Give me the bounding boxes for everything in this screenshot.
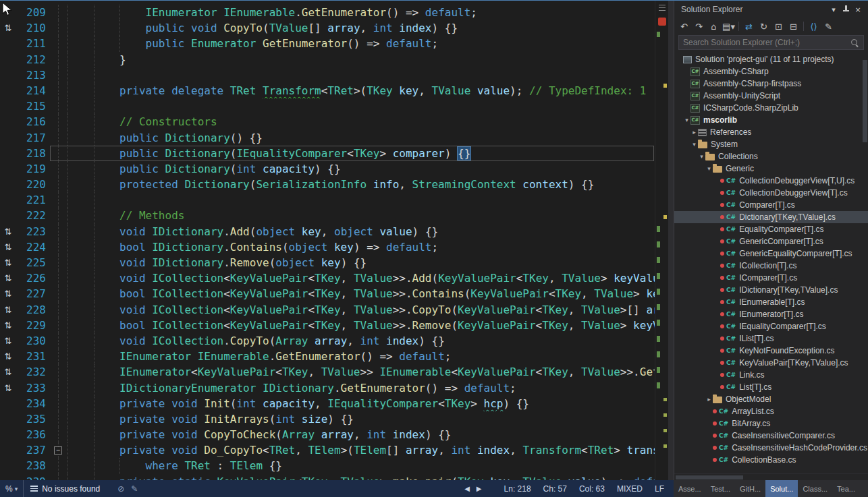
code-line-221[interactable]: 221 [0, 192, 655, 208]
expand-closed-icon[interactable]: ▸ [705, 396, 713, 403]
tree-item[interactable]: ▾Generic [674, 163, 868, 175]
code-line-239[interactable]: 239private static KeyValuePair<TKey, TVa… [0, 474, 655, 480]
expand-closed-icon[interactable]: ▸ [690, 129, 698, 136]
editor-scrollbar[interactable] [655, 1, 668, 480]
encoding-indicator[interactable]: MIXED [617, 484, 643, 494]
tree-item[interactable]: C#CaseInsensitiveHashCodeProvider.cs [674, 442, 868, 454]
code-line-223[interactable]: ⇅223void IDictionary.Add(object key, obj… [0, 224, 655, 239]
fold-collapse-icon[interactable]: − [54, 446, 62, 455]
code-line-210[interactable]: ⇅210public void CopyTo(TValue[] array, i… [0, 20, 655, 36]
code-line-211[interactable]: 211public Enumerator GetEnumerator() => … [0, 36, 655, 51]
tree-item[interactable]: C#GenericEqualityComparer[T].cs [674, 247, 868, 260]
code-line-226[interactable]: ⇅226void ICollection<KeyValuePair<TKey, … [0, 270, 655, 286]
view-code-icon[interactable]: ⟨⟩ [807, 20, 821, 33]
tree-item[interactable]: ▸ObjectModel [674, 393, 868, 405]
cursor-character[interactable]: Ch: 57 [543, 484, 567, 494]
tree-item[interactable]: C#IComparer[T].cs [674, 272, 868, 284]
collapse-all-icon[interactable]: ⊟ [786, 20, 801, 33]
implements-glyph-icon[interactable]: ⇅ [0, 364, 16, 380]
implements-glyph-icon[interactable]: ⇅ [0, 380, 16, 396]
code-line-236[interactable]: 236private void CopyToCheck(Array array,… [0, 427, 655, 442]
tree-item[interactable]: C#IList[T].cs [674, 332, 868, 345]
code-line-235[interactable]: 235private void InitArrays(int size) {} [0, 411, 655, 427]
implements-glyph-icon[interactable]: ⇅ [0, 302, 16, 318]
tree-item[interactable]: C#List[T].cs [674, 381, 868, 393]
document-health-error-icon[interactable] [658, 18, 666, 26]
expand-open-icon[interactable]: ▾ [690, 141, 698, 148]
home-icon[interactable]: ⌂ [707, 20, 721, 33]
pin-icon[interactable] [840, 4, 852, 15]
prev-icon[interactable]: ◀ [464, 485, 470, 492]
implements-glyph-icon[interactable]: ⇅ [0, 318, 16, 333]
tree-item[interactable]: C#CollectionDebuggerView[T].cs [674, 187, 868, 199]
code-line-238[interactable]: 238where TRet : TElem {} [0, 458, 655, 473]
issues-status-text[interactable]: No issues found [42, 484, 100, 494]
code-line-237[interactable]: 237−private void Do_CopyTo<TRet, TElem>(… [0, 442, 655, 458]
line-ending-indicator[interactable]: LF [655, 484, 664, 494]
implements-glyph-icon[interactable]: ⇅ [0, 333, 16, 349]
expand-open-icon[interactable]: ▾ [683, 117, 690, 123]
code-line-230[interactable]: ⇅230void ICollection.CopyTo(Array array,… [0, 333, 655, 349]
properties-icon[interactable]: ✎ [821, 20, 836, 33]
code-line-228[interactable]: ⇅228void ICollection<KeyValuePair<TKey, … [0, 302, 655, 318]
code-line-229[interactable]: ⇅229bool ICollection<KeyValuePair<TKey, … [0, 318, 655, 333]
implements-glyph-icon[interactable]: ⇅ [0, 255, 16, 270]
tree-item[interactable]: C#Assembly-CSharp-firstpass [674, 78, 868, 90]
solution-explorer-titlebar[interactable]: Solution Explorer ▾ × [674, 1, 868, 18]
panel-tab[interactable]: Tea... [832, 480, 860, 497]
tree-item[interactable]: C#Link.cs [674, 369, 868, 381]
code-editor[interactable]: 209IEnumerator IEnumerable.GetEnumerator… [0, 1, 655, 480]
code-line-215[interactable]: 215 [0, 98, 655, 114]
next-icon[interactable]: ▶ [477, 485, 482, 492]
tree-item[interactable]: C#ICSharpCode.SharpZipLib [674, 102, 868, 114]
tree-item[interactable]: C#IEqualityComparer[T].cs [674, 320, 868, 332]
tree-item[interactable]: C#Assembly-CSharp [674, 65, 868, 78]
tree-item[interactable]: C#ICollection[T].cs [674, 260, 868, 272]
code-line-209[interactable]: 209IEnumerator IEnumerable.GetEnumerator… [0, 5, 655, 20]
panel-splitter[interactable] [668, 1, 674, 480]
close-icon[interactable]: × [852, 4, 864, 15]
tree-item[interactable]: C#CollectionDebuggerView[T,U].cs [674, 175, 868, 187]
forward-icon[interactable]: ↷ [692, 20, 706, 33]
code-line-234[interactable]: 234private void Init(int capacity, IEqua… [0, 396, 655, 411]
search-input[interactable]: Search Solution Explorer (Ctrl+;) [678, 35, 864, 50]
tree-item[interactable]: C#Comparer[T].cs [674, 199, 868, 211]
code-line-213[interactable]: 213 [0, 67, 655, 83]
expand-open-icon[interactable]: ▾ [698, 153, 705, 160]
tree-item[interactable]: ▾System [674, 138, 868, 150]
cursor-column[interactable]: Col: 63 [579, 484, 605, 494]
tree-item[interactable]: C#CollectionBase.cs [674, 454, 868, 466]
tree-item[interactable]: C#IEnumerable[T].cs [674, 296, 868, 308]
code-line-227[interactable]: ⇅227bool ICollection<KeyValuePair<TKey, … [0, 286, 655, 301]
implements-glyph-icon[interactable]: ⇅ [0, 239, 16, 255]
code-line-233[interactable]: ⇅233IDictionaryEnumerator IDictionary.Ge… [0, 380, 655, 396]
panel-tab[interactable]: Class... [798, 480, 832, 497]
tree-item[interactable]: C#ArrayList.cs [674, 405, 868, 417]
code-line-216[interactable]: 216// Constructors [0, 114, 655, 129]
split-grid-icon[interactable] [659, 5, 666, 11]
tree-item[interactable]: ▸References [674, 126, 868, 138]
tree-horizontal-scrollbar[interactable] [674, 473, 868, 480]
code-line-219[interactable]: 219public Dictionary(int capacity) {} [0, 161, 655, 177]
tree-item[interactable]: C#Assembly-UnityScript [674, 90, 868, 102]
expand-open-icon[interactable]: ▾ [705, 165, 713, 172]
switch-views-icon[interactable]: ▤▾ [722, 20, 736, 33]
window-position-icon[interactable]: ▾ [828, 4, 840, 15]
tree-vertical-scrollbar[interactable] [863, 60, 867, 142]
tree-item[interactable]: C#KeyValuePair[TKey,TValue].cs [674, 357, 868, 369]
tree-item[interactable]: C#GenericComparer[T].cs [674, 235, 868, 247]
implements-glyph-icon[interactable]: ⇅ [0, 349, 16, 364]
show-all-files-icon[interactable]: ⊡ [771, 20, 786, 33]
sync-with-active-document-icon[interactable]: ⇄ [742, 20, 756, 33]
panel-tab[interactable]: Asse... [674, 480, 706, 497]
tree-item[interactable]: C#Dictionary[TKey,TValue].cs [674, 211, 868, 223]
tree-item[interactable]: C#IDictionary[TKey,TValue].cs [674, 284, 868, 296]
panel-tab[interactable]: Test... [706, 480, 735, 497]
tree-item[interactable]: C#EqualityComparer[T].cs [674, 223, 868, 235]
implements-glyph-icon[interactable]: ⇅ [0, 270, 16, 286]
panel-tab[interactable]: GitH... [735, 480, 765, 497]
search-icon[interactable] [850, 38, 859, 47]
code-line-231[interactable]: ⇅231IEnumerator IEnumerable.GetEnumerato… [0, 349, 655, 364]
code-line-214[interactable]: 214private delegate TRet Transform<TRet>… [0, 83, 655, 98]
zoom-control[interactable]: % ▾ [0, 480, 24, 497]
